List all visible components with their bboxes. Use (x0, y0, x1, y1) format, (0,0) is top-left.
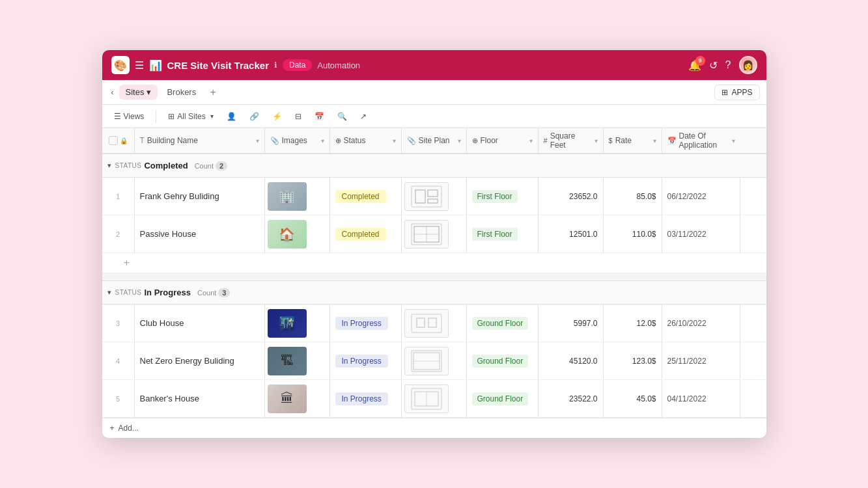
filter-icon: ⚡ (272, 112, 282, 121)
header-rate[interactable]: $ Rate ▾ (604, 128, 662, 153)
search-button[interactable]: 🔍 (333, 110, 351, 123)
toolbar-divider-1 (156, 110, 156, 123)
group-status-label-completed: STATUS (115, 162, 142, 169)
cell-floor-5[interactable]: Ground Floor (467, 380, 539, 417)
cell-floor-4[interactable]: Ground Floor (467, 342, 539, 379)
hamburger-icon[interactable]: ☰ (135, 59, 144, 72)
rate-sort-icon[interactable]: ▾ (653, 137, 656, 144)
cell-building-2[interactable]: Passive House (135, 215, 265, 252)
floor-sort-icon[interactable]: ▾ (529, 137, 533, 144)
all-sites-icon: ⊞ (168, 112, 175, 121)
header-floor[interactable]: ⊕ Floor ▾ (467, 128, 539, 153)
date-sort-icon[interactable]: ▾ (732, 137, 735, 144)
tab-sites-dropdown-icon[interactable]: ▾ (147, 87, 151, 97)
header-siteplan[interactable]: 📎 Site Plan ▾ (402, 128, 467, 153)
cell-siteplan-5[interactable] (402, 380, 467, 417)
notification-button[interactable]: 🔔 9 (688, 59, 701, 72)
apps-label: APPS (731, 88, 752, 97)
automation-tab[interactable]: Automation (317, 61, 360, 70)
export-icon: ↗ (360, 112, 367, 121)
svg-rect-8 (412, 314, 441, 332)
add-completed-icon[interactable]: + (124, 257, 130, 269)
cell-siteplan-1[interactable] (402, 178, 467, 215)
apps-button[interactable]: ⊞ APPS (714, 85, 759, 100)
cell-floor-1[interactable]: First Floor (467, 178, 539, 215)
calendar-button[interactable]: 📅 (311, 110, 328, 123)
tab-bar: ‹ Sites ▾ Brokers + ⊞ APPS (102, 80, 766, 105)
header-date[interactable]: 📅 Date Of Application ▾ (662, 128, 740, 153)
toggle-button[interactable]: ⊟ (291, 110, 305, 123)
link-button[interactable]: 🔗 (245, 110, 263, 123)
header-sqft[interactable]: # Square Feet ▾ (539, 128, 604, 153)
building-sort-icon[interactable]: ▾ (256, 137, 259, 144)
siteplan-image-5 (404, 385, 449, 413)
cell-sqft-2: 12501.0 (539, 215, 604, 252)
tab-add-button[interactable]: + (205, 85, 221, 100)
cell-status-5[interactable]: In Progress (330, 380, 402, 417)
cell-building-5[interactable]: Banker's House (135, 380, 265, 417)
info-icon[interactable]: ℹ (274, 61, 277, 70)
status-badge-5: In Progress (335, 392, 388, 405)
status-badge-1: Completed (335, 190, 386, 203)
cell-building-1[interactable]: Frank Gehry Buliding (135, 178, 265, 215)
person-icon: 👤 (227, 112, 236, 121)
cell-status-1[interactable]: Completed (330, 178, 402, 215)
filter-button[interactable]: ⚡ (268, 110, 286, 123)
views-label: Views (124, 112, 145, 121)
tab-arrow-left[interactable]: ‹ (109, 85, 117, 100)
cell-siteplan-4[interactable] (402, 342, 467, 379)
images-col-icon: 📎 (270, 137, 279, 145)
add-row-completed[interactable]: + (102, 253, 766, 273)
cell-date-5: 04/11/2022 (662, 380, 740, 417)
header-images[interactable]: 📎 Images ▾ (265, 128, 330, 153)
siteplan-col-icon: 📎 (407, 137, 416, 145)
sqft-sort-icon[interactable]: ▾ (595, 137, 598, 144)
all-sites-dropdown[interactable]: ▾ (210, 113, 214, 120)
person-button[interactable]: 👤 (223, 110, 240, 123)
tab-brokers[interactable]: Brokers (160, 85, 203, 100)
cell-building-3[interactable]: Club House (135, 305, 265, 342)
cell-status-4[interactable]: In Progress (330, 342, 402, 379)
history-icon[interactable]: ↺ (709, 59, 718, 72)
status-col-label: Status (344, 136, 366, 145)
select-all-checkbox[interactable] (109, 136, 118, 145)
cell-rate-4: 123.0$ (604, 342, 662, 379)
group-chevron-inprogress[interactable]: ▾ (107, 288, 111, 297)
group-chevron-completed[interactable]: ▾ (107, 161, 111, 170)
cell-siteplan-2[interactable] (402, 215, 467, 252)
cell-images-4[interactable]: 🏗 (265, 342, 330, 379)
tab-sites[interactable]: Sites ▾ (119, 85, 158, 100)
floor-badge-3: Ground Floor (472, 317, 529, 330)
cell-building-4[interactable]: Net Zero Energy Buliding (135, 342, 265, 379)
top-bar: 🎨 ☰ 📊 CRE Site Visit Tracker ℹ Data Auto… (102, 50, 766, 80)
images-sort-icon[interactable]: ▾ (321, 137, 324, 144)
cell-images-5[interactable]: 🏛 (265, 380, 330, 417)
cell-images-1[interactable]: 🏢 (265, 178, 330, 215)
cell-floor-3[interactable]: Ground Floor (467, 305, 539, 342)
cell-status-2[interactable]: Completed (330, 215, 402, 252)
siteplan-image-4 (404, 347, 449, 375)
views-button[interactable]: ☰ Views (110, 110, 148, 123)
help-icon[interactable]: ? (725, 59, 731, 71)
status-sort-icon[interactable]: ▾ (393, 137, 396, 144)
avatar[interactable]: 👩 (739, 56, 757, 74)
export-button[interactable]: ↗ (356, 110, 371, 123)
cell-date-3: 26/10/2022 (662, 305, 740, 342)
header-check[interactable]: 🔒 (102, 128, 135, 153)
all-sites-button[interactable]: ⊞ All Sites ▾ (164, 110, 217, 123)
header-status[interactable]: ⊕ Status ▾ (330, 128, 402, 153)
cell-status-3[interactable]: In Progress (330, 305, 402, 342)
building-image-3: 🌃 (268, 309, 307, 338)
cell-siteplan-3[interactable] (402, 305, 467, 342)
siteplan-sort-icon[interactable]: ▾ (458, 137, 461, 144)
data-tag[interactable]: Data (283, 59, 312, 71)
calendar-icon: 📅 (315, 112, 324, 121)
bottom-add-button[interactable]: + Add... (102, 418, 766, 438)
cell-floor-2[interactable]: First Floor (467, 215, 539, 252)
logo-icon: 🎨 (114, 59, 127, 72)
building-col-label: Building Name (147, 136, 198, 145)
siteplan-col-label: Site Plan (419, 136, 450, 145)
cell-images-2[interactable]: 🏠 (265, 215, 330, 252)
header-building[interactable]: T Building Name ▾ (135, 128, 265, 153)
cell-images-3[interactable]: 🌃 (265, 305, 330, 342)
